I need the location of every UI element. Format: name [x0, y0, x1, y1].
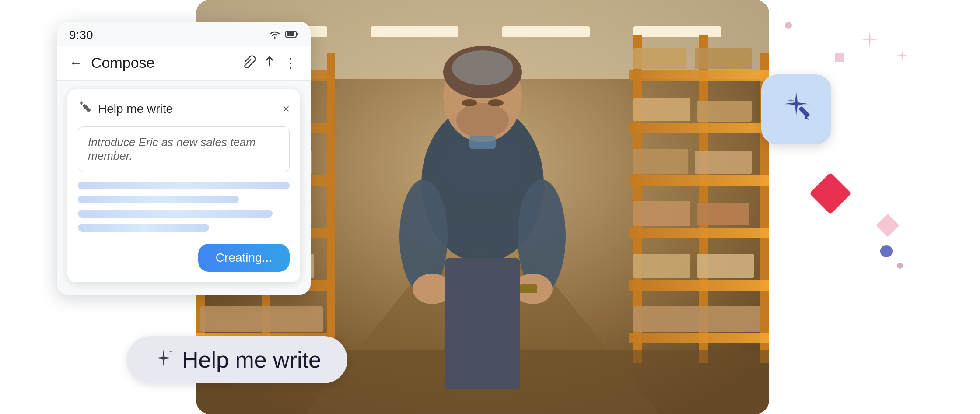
svg-rect-30: [629, 123, 769, 133]
help-write-pill[interactable]: Help me write: [127, 336, 347, 383]
svg-rect-29: [629, 70, 769, 81]
status-icons: [269, 29, 298, 41]
svg-point-53: [456, 103, 509, 138]
dot-small-pink: [835, 53, 844, 62]
svg-rect-40: [695, 151, 752, 174]
dot-blue: [880, 245, 892, 257]
loading-line-4: [78, 224, 209, 232]
svg-rect-66: [287, 32, 294, 36]
svg-rect-35: [634, 48, 686, 69]
svg-rect-39: [634, 149, 688, 174]
send-button[interactable]: [263, 55, 276, 70]
dialog-close-button[interactable]: ×: [283, 102, 290, 116]
dialog-title-text: Help me write: [98, 102, 173, 116]
svg-rect-63: [520, 284, 537, 293]
svg-rect-38: [697, 101, 752, 122]
loading-line-3: [78, 210, 273, 218]
phone-card: 9:30 ←: [57, 22, 311, 295]
svg-rect-43: [634, 254, 690, 278]
svg-rect-68: [82, 104, 91, 112]
svg-rect-45: [634, 306, 760, 332]
svg-rect-33: [629, 280, 769, 291]
svg-rect-69: [798, 106, 810, 118]
svg-rect-44: [697, 254, 754, 278]
wifi-icon: [269, 29, 281, 41]
svg-rect-42: [697, 203, 749, 225]
svg-rect-32: [629, 228, 769, 238]
help-write-dialog: Help me write × Introduce Eric as new sa…: [67, 89, 300, 282]
status-bar: 9:30: [57, 22, 311, 46]
svg-rect-37: [634, 98, 690, 121]
dot-pink-top: [785, 22, 792, 29]
more-button[interactable]: ⋮: [284, 55, 298, 71]
creating-button[interactable]: Creating...: [198, 244, 290, 272]
sparkle-right-side: [894, 47, 910, 63]
svg-point-55: [488, 99, 504, 106]
svg-rect-25: [200, 306, 323, 332]
loading-line-2: [78, 196, 239, 203]
svg-rect-31: [629, 175, 769, 186]
dot-lavender: [897, 263, 903, 269]
svg-point-54: [462, 99, 477, 106]
diamond-pink-small: [876, 214, 900, 237]
svg-rect-3: [371, 26, 458, 37]
compose-actions: ⋮: [242, 55, 298, 71]
svg-rect-8: [327, 53, 335, 363]
diamond-red: [809, 172, 851, 214]
dialog-header: Help me write ×: [78, 100, 290, 118]
button-row: Creating...: [78, 244, 290, 272]
svg-point-52: [452, 50, 513, 85]
sparkle-top-right: [859, 29, 880, 50]
svg-rect-64: [445, 258, 520, 389]
loading-line-1: [78, 182, 290, 189]
svg-rect-34: [629, 333, 769, 343]
pill-sparkle-icon: [153, 347, 174, 372]
compose-title: Compose: [91, 54, 234, 71]
svg-rect-67: [296, 33, 298, 35]
scene: 9:30 ←: [0, 0, 980, 414]
dialog-title-row: Help me write: [78, 100, 173, 118]
prompt-input-field[interactable]: Introduce Eric as new sales team member.: [78, 126, 290, 172]
status-time: 9:30: [69, 28, 93, 42]
compose-bar: ← Compose ⋮: [57, 46, 311, 81]
back-button[interactable]: ←: [69, 56, 82, 70]
help-write-icon: [78, 100, 93, 118]
svg-rect-56: [469, 136, 496, 149]
svg-rect-41: [634, 201, 690, 226]
ai-card-icon: [777, 87, 816, 132]
svg-rect-4: [502, 26, 590, 37]
svg-rect-36: [695, 48, 752, 69]
loading-lines: [78, 182, 290, 232]
pill-label: Help me write: [182, 347, 321, 373]
battery-icon: [285, 30, 298, 40]
ai-icon-card: [761, 74, 831, 144]
attach-button[interactable]: [242, 55, 256, 71]
